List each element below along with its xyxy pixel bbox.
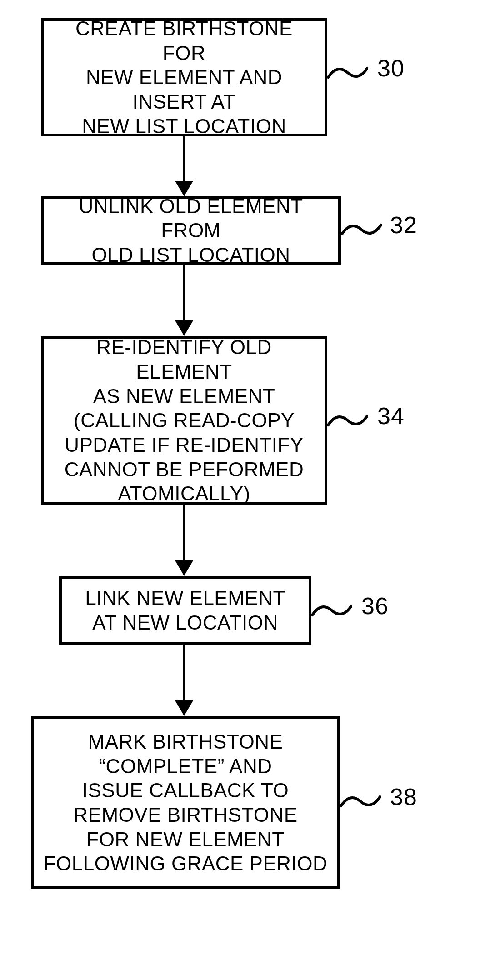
flow-box-38-text: MARK BIRTHSTONE “COMPLETE” AND ISSUE CAL… — [44, 730, 328, 876]
connector-tilde-32 — [341, 218, 382, 241]
flow-label-30: 30 — [377, 55, 405, 82]
arrow-32-34 — [183, 265, 185, 335]
connector-tilde-38 — [340, 790, 381, 813]
flowchart-canvas: CREATE BIRTHSTONE FOR NEW ELEMENT AND IN… — [0, 0, 480, 980]
flow-label-34: 34 — [377, 402, 405, 430]
arrow-30-32 — [183, 136, 185, 195]
flow-box-32: UNLINK OLD ELEMENT FROM OLD LIST LOCATIO… — [41, 196, 341, 265]
flow-label-38: 38 — [390, 783, 417, 810]
flow-box-36: LINK NEW ELEMENT AT NEW LOCATION — [59, 576, 311, 645]
flow-label-32: 32 — [390, 211, 417, 239]
flow-box-34: RE-IDENTIFY OLD ELEMENT AS NEW ELEMENT (… — [41, 336, 327, 505]
connector-tilde-36 — [311, 599, 352, 622]
flow-box-38: MARK BIRTHSTONE “COMPLETE” AND ISSUE CAL… — [31, 716, 340, 889]
arrow-34-36 — [183, 505, 185, 575]
flow-label-36: 36 — [361, 592, 389, 620]
flow-box-34-text: RE-IDENTIFY OLD ELEMENT AS NEW ELEMENT (… — [52, 335, 316, 506]
connector-tilde-30 — [327, 61, 368, 84]
flow-box-36-text: LINK NEW ELEMENT AT NEW LOCATION — [85, 586, 285, 635]
arrow-36-38 — [183, 645, 185, 715]
flow-box-32-text: UNLINK OLD ELEMENT FROM OLD LIST LOCATIO… — [52, 194, 330, 267]
connector-tilde-34 — [327, 409, 368, 432]
flow-box-30-text: CREATE BIRTHSTONE FOR NEW ELEMENT AND IN… — [52, 16, 316, 138]
flow-box-30: CREATE BIRTHSTONE FOR NEW ELEMENT AND IN… — [41, 18, 327, 136]
